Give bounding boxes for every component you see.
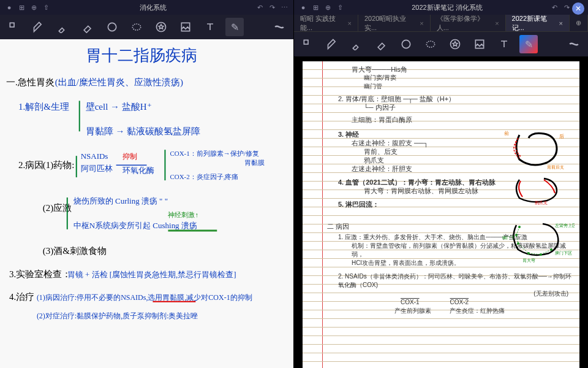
svg-text:抑制: 抑制: [123, 152, 137, 161]
tab-0[interactable]: 昭昭 实践技能...×: [294, 15, 358, 31]
text-tool[interactable]: [495, 35, 513, 53]
close-icon[interactable]: ×: [348, 20, 352, 27]
highlighter-tool[interactable]: [54, 18, 72, 36]
left-canvas[interactable]: 胃十二指肠疾病 一.急性胃炎： (出血/糜烂性胃炎、应激性溃疡) 1.解剖&生理…: [0, 39, 293, 368]
eraser-tool[interactable]: [372, 35, 391, 53]
grid-icon[interactable]: ⊞: [17, 3, 26, 12]
redo-icon[interactable]: ↷: [268, 3, 276, 12]
image-tool[interactable]: [176, 18, 195, 36]
svg-rect-32: [304, 40, 308, 44]
svg-text:鸦爪支: 鸦爪支: [535, 201, 548, 205]
shape-tool[interactable]: [103, 18, 121, 36]
svg-text:中枢N系统病变所引起 Cushing 溃疡: 中枢N系统病变所引起 Cushing 溃疡: [74, 221, 197, 230]
svg-text:NSAIDs: NSAIDs: [81, 151, 108, 161]
pen-tool[interactable]: [29, 18, 48, 36]
close-pane-button[interactable]: ✕: [572, 2, 584, 15]
svg-text:胃黏膜: 胃黏膜: [244, 159, 265, 166]
svg-text:胃前后支: 胃前后支: [547, 165, 564, 169]
stroke-icon[interactable]: [565, 35, 583, 53]
add-icon[interactable]: ⊕: [29, 3, 38, 12]
close-icon[interactable]: ×: [420, 20, 423, 27]
svg-point-33: [402, 40, 410, 48]
hw-title: 胃十二指肠疾病: [86, 47, 197, 64]
image-tool[interactable]: [470, 35, 489, 53]
stomach-diagram-1: 前 后 胃前后支: [501, 129, 575, 172]
right-pane: ● ⊞ ⊕ ⇧ 2022新课笔记 消化系统 ↶ ↷ ⋯ ✕ 昭昭 实践技能...…: [294, 0, 588, 368]
svg-text:1.解剖&生理: 1.解剖&生理: [18, 102, 69, 112]
svg-text:左肾旁上区: 左肾旁上区: [555, 223, 575, 228]
select-tool[interactable]: [299, 35, 317, 53]
close-icon[interactable]: ×: [559, 20, 563, 27]
shape-tool[interactable]: [397, 35, 415, 53]
svg-text:幽门下: 幽门下: [502, 236, 515, 240]
right-title: 2022新课笔记 消化系统: [348, 3, 546, 12]
add-tab[interactable]: ⊕: [570, 15, 588, 31]
undo-icon[interactable]: ↶: [255, 3, 264, 12]
record-icon[interactable]: ●: [5, 3, 13, 12]
star-tool[interactable]: [446, 35, 464, 53]
svg-text:(出血/糜烂性胃炎、应激性溃疡): (出血/糜烂性胃炎、应激性溃疡): [55, 77, 183, 88]
stomach-diagram-2: 鸦爪支: [501, 175, 575, 205]
svg-point-45: [540, 253, 542, 256]
highlighter-tool[interactable]: [348, 35, 366, 53]
svg-point-2: [132, 24, 140, 30]
right-toolbar: ✎: [294, 32, 588, 56]
upload-icon[interactable]: ⇧: [42, 3, 50, 12]
svg-text:烧伤所致的 Curling 溃疡  " ": 烧伤所致的 Curling 溃疡 " ": [74, 196, 168, 205]
svg-text:脾门下区: 脾门下区: [555, 251, 572, 255]
eraser-tool[interactable]: [78, 18, 97, 36]
svg-rect-36: [475, 40, 483, 48]
svg-text:COX-2：炎症因子,疼痛: COX-2：炎症因子,疼痛: [170, 173, 238, 180]
svg-text:(1)病因治疗:停用不必要的NSAIDs,选用胃黏膜,减少对: (1)病因治疗:停用不必要的NSAIDs,选用胃黏膜,减少对COX-1的抑制: [37, 293, 252, 302]
stomach-diagram-3: 幽门下 胃大弯 左肾旁上区 脾门下区: [501, 218, 575, 264]
right-top-bar: ● ⊞ ⊕ ⇧ 2022新课笔记 消化系统 ↶ ↷ ⋯: [294, 0, 588, 15]
color-pen-tool[interactable]: ✎: [225, 18, 244, 36]
svg-text:后: 后: [559, 134, 564, 139]
left-top-bar: ● ⊞ ⊕ ⇧ 消化系统 ↶ ↷ ⋯: [0, 0, 293, 15]
right-paper[interactable]: 胃大弯────His角 幽门窦/胃窦 幽门管 2. 胃体/胃底：壁细胞 ─┬─ …: [303, 61, 579, 368]
lasso-tool[interactable]: [421, 35, 440, 53]
svg-text:COX-1：前列腺素→保护/修复: COX-1：前列腺素→保护/修复: [170, 150, 258, 157]
svg-text:4.治疗: 4.治疗: [9, 292, 34, 302]
upload-icon[interactable]: ⇧: [336, 3, 344, 12]
svg-text:胃大弯: 胃大弯: [522, 258, 535, 263]
more-icon[interactable]: ⋯: [280, 3, 288, 12]
svg-point-46: [550, 248, 552, 251]
svg-text:阿司匹林: 阿司匹林: [81, 164, 113, 173]
star-tool[interactable]: [152, 18, 170, 36]
svg-text:(2)对症治疗:黏膜保护药物,质子泵抑制剂:奥美拉唑: (2)对症治疗:黏膜保护药物,质子泵抑制剂:奥美拉唑: [37, 312, 198, 320]
redo-icon[interactable]: ↷: [562, 3, 571, 12]
svg-rect-0: [10, 23, 14, 27]
svg-text:环氧化酶: 环氧化酶: [123, 166, 154, 175]
svg-text:3.实验室检查：: 3.实验室检查：: [9, 269, 71, 279]
svg-text:壁cell → 盐酸H⁺: 壁cell → 盐酸H⁺: [86, 102, 152, 112]
left-title: 消化系统: [54, 3, 252, 12]
record-icon[interactable]: ●: [299, 3, 307, 12]
svg-text:前: 前: [504, 131, 509, 136]
svg-text:(3)酒&刺激食物: (3)酒&刺激食物: [43, 246, 107, 256]
svg-point-1: [108, 23, 116, 31]
svg-rect-4: [181, 23, 189, 31]
tab-2[interactable]: 《医学影像学》人...×: [431, 15, 506, 31]
svg-point-34: [426, 41, 434, 47]
left-pane: ● ⊞ ⊕ ⇧ 消化系统 ↶ ↷ ⋯ ✎ 胃十二指肠疾病 一.急性胃炎： (出血…: [0, 0, 294, 368]
grid-icon[interactable]: ⊞: [311, 3, 320, 12]
svg-text:胃镜 + 活检 [腐蚀性胃炎急性期,禁忌行胃镜检查]: 胃镜 + 活检 [腐蚀性胃炎急性期,禁忌行胃镜检查]: [67, 270, 236, 279]
close-icon[interactable]: ×: [495, 20, 499, 27]
pen-tool[interactable]: [323, 35, 342, 53]
add-icon[interactable]: ⊕: [323, 3, 332, 12]
text-tool[interactable]: [201, 18, 219, 36]
color-pen-tool[interactable]: ✎: [519, 35, 538, 53]
select-tool[interactable]: [5, 18, 23, 36]
svg-text:神经刺激↑: 神经刺激↑: [168, 211, 198, 218]
undo-icon[interactable]: ↶: [550, 3, 559, 12]
tab-3[interactable]: 2022新课笔记...×: [506, 15, 570, 31]
stroke-icon[interactable]: [270, 18, 288, 36]
svg-text:胃黏障 → 黏液碳酸氢盐屏障: 胃黏障 → 黏液碳酸氢盐屏障: [86, 126, 200, 136]
svg-text:2.病因: 2.病因: [18, 160, 43, 170]
right-tabs: 昭昭 实践技能...× 2020昭昭执业 实...× 《医学影像学》人...× …: [294, 15, 588, 32]
lasso-tool[interactable]: [127, 18, 146, 36]
left-toolbar: ✎: [0, 15, 293, 39]
svg-text:(1)药物:: (1)药物:: [43, 160, 75, 171]
tab-1[interactable]: 2020昭昭执业 实...×: [358, 15, 431, 31]
